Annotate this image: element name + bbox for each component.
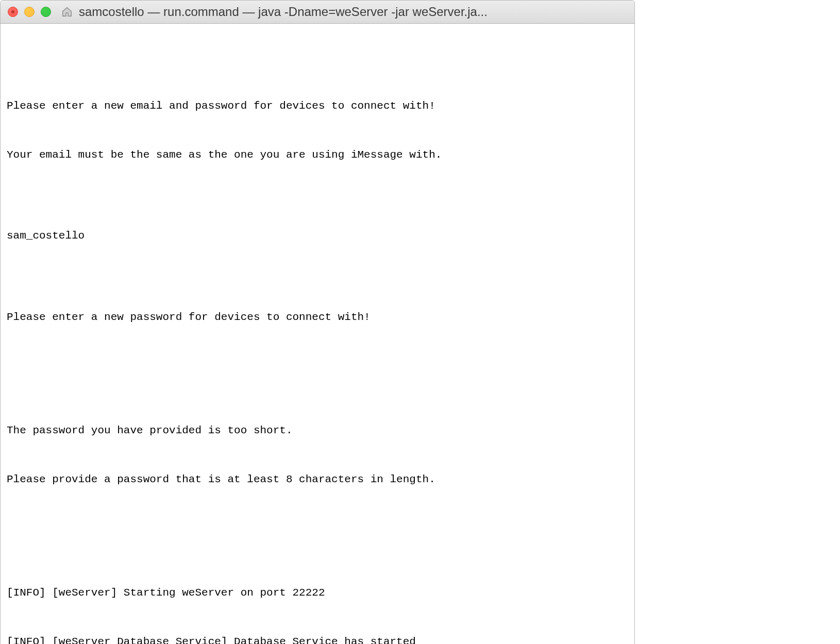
terminal-line: Your email must be the same as the one y… xyxy=(7,147,628,163)
close-button[interactable] xyxy=(8,7,18,17)
traffic-lights xyxy=(8,7,51,17)
terminal-window: samcostello — run.command — java -Dname=… xyxy=(0,0,635,644)
zoom-button[interactable] xyxy=(41,7,51,17)
terminal-line: Please provide a password that is at lea… xyxy=(7,471,628,488)
terminal-line: The password you have provided is too sh… xyxy=(7,422,628,439)
terminal-output[interactable]: Please enter a new email and password fo… xyxy=(1,24,634,644)
home-icon xyxy=(60,5,74,19)
terminal-line: Please enter a new password for devices … xyxy=(7,309,628,326)
terminal-line: sam_costello xyxy=(7,228,628,244)
titlebar[interactable]: samcostello — run.command — java -Dname=… xyxy=(1,1,634,24)
terminal-line: [INFO] [weServer Database Service] Datab… xyxy=(7,634,628,645)
minimize-button[interactable] xyxy=(24,7,35,17)
terminal-line: Please enter a new email and password fo… xyxy=(7,98,628,114)
terminal-line: [INFO] [weServer] Starting weServer on p… xyxy=(7,585,628,601)
window-title: samcostello — run.command — java -Dname=… xyxy=(79,5,627,19)
